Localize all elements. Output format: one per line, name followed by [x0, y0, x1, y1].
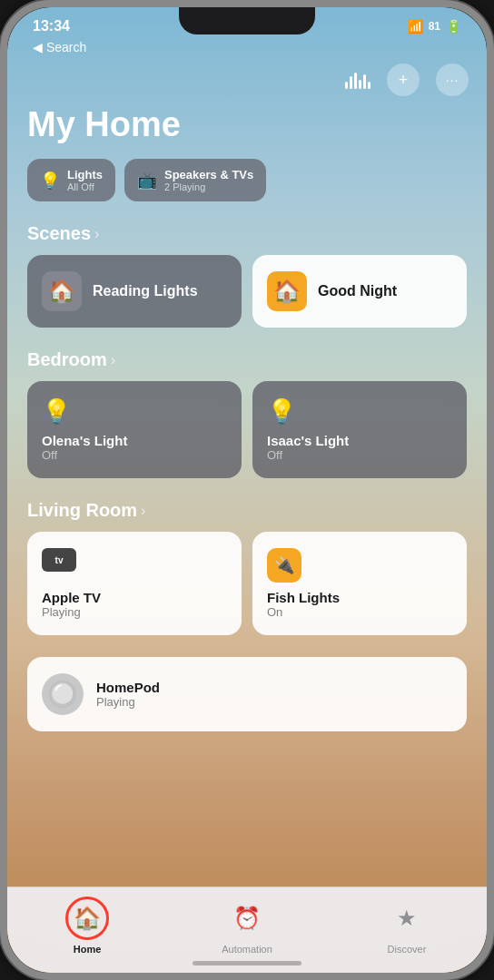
speakers-tile-label: Speakers & TVs — [164, 168, 253, 181]
quick-tiles: 💡 Lights All Off 📺 Speakers & TVs 2 Play… — [27, 159, 467, 201]
wifi-icon: 📶 — [408, 19, 423, 34]
top-actions: + ··· — [7, 60, 487, 105]
automation-tab-icon: ⏰ — [233, 906, 261, 931]
back-nav[interactable]: ◀ Search — [7, 38, 487, 60]
discover-tab-icon: ★ — [397, 906, 417, 931]
bedroom-title: Bedroom — [27, 349, 107, 370]
reading-lights-tile[interactable]: 🏠 Reading Lights — [27, 255, 242, 328]
good-night-icon-bg: 🏠 — [267, 271, 307, 311]
fish-lights-icon: 🔌 — [274, 555, 294, 575]
main-content: My Home 💡 Lights All Off 📺 Speakers & TV… — [7, 105, 487, 731]
homepod-icon: ⚪ — [42, 673, 84, 715]
more-button[interactable]: ··· — [436, 64, 469, 96]
homepod-text: HomePod Playing — [96, 680, 160, 709]
appletv-sub: Playing — [42, 605, 227, 619]
page-title: My Home — [27, 105, 467, 159]
home-tab-icon-wrapper: 🏠 — [65, 897, 109, 940]
olenas-light-label: Olena's Light — [42, 433, 227, 448]
reading-lights-label: Reading Lights — [93, 283, 198, 299]
appletv-icon: tv — [42, 548, 76, 572]
homepod-label: HomePod — [96, 680, 160, 695]
battery-level: 81 — [429, 20, 440, 33]
home-tab-label: Home — [74, 944, 102, 955]
phone-frame: 13:34 📶 81 🔋 ◀ Search + — [0, 0, 494, 980]
scenes-title: Scenes — [27, 223, 91, 244]
lights-tile-label: Lights — [67, 168, 103, 181]
automation-tab-label: Automation — [222, 944, 272, 955]
phone-screen: 13:34 📶 81 🔋 ◀ Search + — [7, 7, 487, 973]
speakers-tile-sub: 2 Playing — [164, 181, 253, 192]
tab-discover[interactable]: ★ Discover — [370, 897, 443, 955]
isaacs-light-label: Isaac's Light — [267, 433, 452, 448]
lights-icon: 💡 — [40, 171, 60, 191]
good-night-icon: 🏠 — [273, 279, 301, 304]
home-tab-icon: 🏠 — [74, 906, 101, 931]
home-indicator — [193, 961, 301, 965]
speakers-tile-text: Speakers & TVs 2 Playing — [164, 168, 253, 192]
isaacs-light-text: Isaac's Light Off — [267, 433, 452, 462]
appletv-tile[interactable]: tv Apple TV Playing — [27, 532, 242, 635]
discover-tab-icon-wrapper: ★ — [385, 897, 429, 940]
olenas-light-sub: Off — [42, 448, 227, 462]
isaacs-light-tile[interactable]: 💡 Isaac's Light Off — [252, 381, 467, 478]
siri-waveform-icon[interactable] — [345, 71, 370, 89]
fish-lights-icon-bg: 🔌 — [267, 548, 301, 583]
living-room-section-header[interactable]: Living Room › — [27, 500, 467, 521]
speakers-quick-tile[interactable]: 📺 Speakers & TVs 2 Playing — [124, 159, 266, 201]
fish-lights-label: Fish Lights — [267, 590, 452, 605]
notch — [179, 7, 315, 34]
add-button[interactable]: + — [387, 64, 420, 96]
isaacs-light-sub: Off — [267, 448, 452, 462]
reading-lights-icon-bg: 🏠 — [42, 271, 82, 311]
isaacs-light-icon: 💡 — [267, 397, 452, 426]
homepod-sub: Playing — [96, 695, 160, 709]
scenes-section-header[interactable]: Scenes › — [27, 223, 467, 244]
lights-tile-text: Lights All Off — [67, 168, 103, 192]
appletv-label: Apple TV — [42, 590, 227, 605]
back-label[interactable]: ◀ Search — [33, 40, 86, 54]
fish-lights-tile[interactable]: 🔌 Fish Lights On — [252, 532, 467, 635]
tab-automation[interactable]: ⏰ Automation — [211, 897, 283, 955]
battery-icon: 🔋 — [446, 19, 461, 34]
good-night-label: Good Night — [318, 283, 397, 299]
living-room-title: Living Room — [27, 500, 137, 521]
scenes-chevron: › — [94, 226, 99, 242]
fish-lights-text: Fish Lights On — [267, 590, 452, 619]
olenas-light-text: Olena's Light Off — [42, 433, 227, 462]
status-time: 13:34 — [33, 18, 70, 34]
tab-bar: 🏠 Home ⏰ Automation ★ Discover — [7, 887, 487, 973]
tab-home[interactable]: 🏠 Home — [51, 897, 124, 955]
homepod-tile[interactable]: ⚪ HomePod Playing — [27, 657, 467, 731]
bedroom-chevron: › — [111, 352, 115, 368]
living-room-row: tv Apple TV Playing 🔌 Fish Lights On — [27, 532, 467, 635]
reading-lights-icon: 🏠 — [48, 279, 75, 304]
lights-tile-sub: All Off — [67, 181, 103, 192]
olenas-light-icon: 💡 — [42, 397, 227, 426]
olenas-light-tile[interactable]: 💡 Olena's Light Off — [27, 381, 242, 478]
bedroom-section-header[interactable]: Bedroom › — [27, 349, 467, 370]
appletv-text: Apple TV Playing — [42, 590, 227, 619]
bedroom-row: 💡 Olena's Light Off 💡 Isaac's Light Off — [27, 381, 467, 478]
scenes-row: 🏠 Reading Lights 🏠 Good Night — [27, 255, 467, 328]
fish-lights-sub: On — [267, 605, 452, 619]
status-icons: 📶 81 🔋 — [408, 19, 461, 34]
automation-tab-icon-wrapper: ⏰ — [225, 897, 269, 940]
speakers-icon: 📺 — [137, 171, 157, 191]
living-room-chevron: › — [141, 503, 145, 519]
discover-tab-label: Discover — [388, 944, 427, 955]
lights-quick-tile[interactable]: 💡 Lights All Off — [27, 159, 115, 201]
good-night-tile[interactable]: 🏠 Good Night — [252, 255, 467, 328]
